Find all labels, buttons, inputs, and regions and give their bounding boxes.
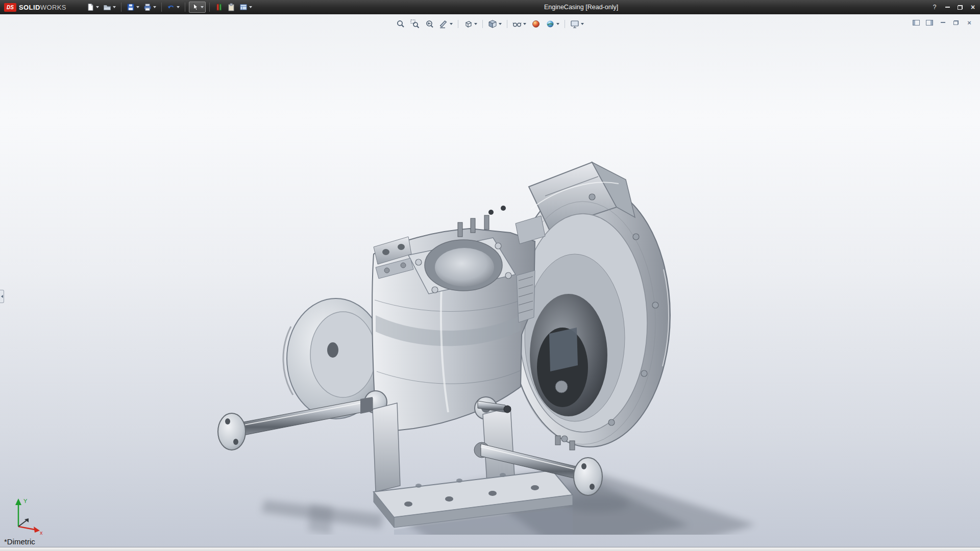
graphics-area[interactable]: ×	[0, 14, 980, 547]
save-button[interactable]	[125, 2, 141, 12]
previous-view-icon	[425, 19, 434, 29]
dassault-logo-icon: DS	[4, 3, 16, 12]
view-orientation-label: *Dimetric	[4, 537, 35, 546]
standard-toolbar	[85, 2, 254, 13]
zoom-to-fit-icon	[396, 19, 405, 29]
close-button[interactable]: ×	[968, 3, 977, 12]
color-swatches-icon	[215, 3, 223, 11]
featuremanager-flyout-tab[interactable]	[0, 290, 4, 303]
paste-appearance-icon	[227, 3, 235, 11]
orientation-triad: Y x	[9, 496, 45, 536]
options-sheet-button[interactable]	[238, 2, 254, 12]
chevron-down-icon[interactable]	[249, 6, 252, 8]
view-settings-button[interactable]	[569, 18, 585, 30]
minimize-button[interactable]	[943, 3, 952, 12]
triad-x-label: x	[40, 530, 43, 536]
apply-scene-button[interactable]	[544, 18, 561, 30]
chevron-down-icon[interactable]	[450, 23, 453, 25]
toolbar-separator	[121, 3, 121, 12]
window-title: EngineCasing [Read-only]	[544, 4, 618, 11]
toggle-left-pane-button[interactable]	[912, 18, 921, 27]
chevron-down-icon[interactable]	[201, 6, 204, 8]
options-sheet-icon	[239, 3, 248, 11]
restore-icon	[953, 20, 959, 25]
display-style-button[interactable]	[486, 18, 503, 30]
toolbar-separator	[161, 3, 162, 12]
section-view-button[interactable]	[437, 18, 454, 30]
toolbar-separator	[458, 20, 458, 28]
document-close-button[interactable]: ×	[965, 18, 974, 27]
paste-appearance-button[interactable]	[226, 2, 237, 12]
brand-bold: SOLID	[19, 4, 40, 11]
edit-appearance-icon	[531, 19, 541, 29]
open-document-button[interactable]	[102, 2, 117, 12]
undo-icon	[167, 3, 175, 11]
chevron-down-icon[interactable]	[581, 23, 584, 25]
title-bar: DS SOLIDWORKS	[0, 0, 980, 14]
new-document-icon	[86, 3, 94, 11]
toggle-right-pane-button[interactable]	[925, 18, 934, 27]
select-cursor-icon	[191, 3, 199, 11]
chevron-down-icon[interactable]	[474, 23, 477, 25]
chevron-down-icon[interactable]	[556, 23, 559, 25]
view-settings-icon	[570, 19, 579, 29]
chevron-down-icon[interactable]	[153, 6, 156, 8]
save-icon	[127, 3, 135, 11]
document-window-controls: ×	[912, 18, 974, 27]
previous-view-button[interactable]	[423, 18, 435, 30]
minimize-icon	[945, 7, 950, 8]
triad-y-label: Y	[23, 498, 28, 504]
brand-light: WORKS	[40, 4, 66, 11]
edit-appearance-button[interactable]	[530, 18, 542, 30]
status-bar	[0, 547, 980, 551]
chevron-down-icon[interactable]	[96, 6, 99, 8]
restore-button[interactable]	[955, 3, 965, 12]
zoom-to-area-icon	[410, 19, 420, 29]
apply-scene-icon	[546, 19, 555, 29]
display-style-icon	[488, 19, 497, 29]
document-minimize-button[interactable]	[938, 18, 947, 27]
chevron-down-icon[interactable]	[136, 6, 139, 8]
hide-show-items-icon	[512, 19, 522, 29]
window-controls: ? ×	[930, 0, 977, 14]
undo-button[interactable]	[165, 2, 181, 12]
view-orientation-icon	[463, 19, 473, 29]
solidworks-window: DS SOLIDWORKS	[0, 0, 980, 551]
toolbar-separator	[507, 20, 507, 28]
color-swatches-button[interactable]	[213, 2, 225, 12]
shaft-front[interactable]	[218, 397, 373, 450]
brand-text: SOLIDWORKS	[19, 4, 66, 11]
print-button[interactable]	[142, 2, 158, 12]
help-button[interactable]: ?	[930, 3, 939, 12]
view-orientation-button[interactable]	[462, 18, 479, 30]
zoom-to-fit-button[interactable]	[395, 18, 407, 30]
toolbar-separator	[482, 20, 483, 28]
section-view-icon	[439, 19, 448, 29]
zoom-to-area-button[interactable]	[409, 18, 421, 30]
minimize-icon	[941, 22, 945, 23]
toolbar-separator	[185, 3, 185, 12]
chevron-down-icon[interactable]	[177, 6, 180, 8]
restore-icon	[958, 5, 963, 10]
solidworks-logo: DS SOLIDWORKS	[0, 3, 71, 12]
close-icon: ×	[971, 4, 975, 11]
select-button[interactable]	[189, 2, 206, 13]
hide-show-items-button[interactable]	[511, 18, 528, 30]
pane-right-icon	[926, 20, 933, 26]
close-icon: ×	[967, 19, 971, 26]
new-document-button[interactable]	[85, 2, 101, 12]
gearbox-block[interactable]	[372, 206, 545, 433]
engine-casing-model[interactable]	[204, 147, 776, 535]
toolbar-separator	[209, 3, 210, 12]
chevron-down-icon[interactable]	[523, 23, 526, 25]
pane-left-icon	[913, 20, 920, 26]
chevron-down-icon[interactable]	[499, 23, 502, 25]
toolbar-separator	[565, 20, 565, 28]
document-restore-button[interactable]	[951, 18, 961, 27]
print-icon	[143, 3, 152, 11]
open-document-icon	[103, 3, 111, 11]
chevron-down-icon[interactable]	[113, 6, 116, 8]
heads-up-toolbar	[395, 18, 585, 30]
